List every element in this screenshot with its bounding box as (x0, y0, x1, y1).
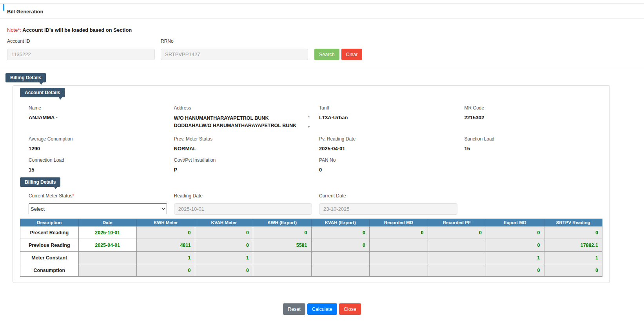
reading-value-cell (370, 252, 428, 264)
reset-button[interactable]: Reset (283, 303, 305, 315)
empty-grid-cell (464, 157, 603, 173)
name-field: Name ANJAMMA - (29, 105, 167, 130)
empty-control-cell (464, 193, 603, 215)
billing-details-inner-tab: Billing Details (20, 177, 60, 187)
billing-details-panel: Account Details Name ANJAMMA - Address W… (13, 85, 610, 283)
reading-date-input[interactable] (174, 203, 312, 215)
column-header-description: Description (20, 219, 79, 226)
account-id-input[interactable] (7, 49, 155, 60)
current-meter-status-label: Current Meter Status* (29, 193, 167, 199)
prev-meter-status-field: Prev. Meter Status NORMAL (174, 136, 312, 151)
name-value: ANJAMMA - (29, 115, 167, 120)
row-description: Present Reading (20, 226, 79, 239)
reading-value-cell (428, 239, 486, 252)
reading-value-cell: 0 (311, 239, 370, 252)
address-box: W/O HANUMANTHARAYAPETROL BUNK DODDAHALW/… (174, 115, 312, 130)
billing-details-tab-label: Billing Details (10, 75, 41, 80)
billing-controls: Current Meter Status* Select Reading Dat… (20, 188, 602, 215)
row-date: 2025-04-01 (78, 239, 137, 252)
rrno-input[interactable] (161, 49, 308, 60)
reading-value-cell: 0 (486, 226, 544, 239)
note-prefix: Note*: (7, 27, 21, 33)
section-divider (0, 69, 644, 69)
pan-no-value: 0 (319, 167, 457, 173)
table-row: Present Reading2025-10-0100000000 (20, 226, 602, 239)
column-header-recorded-md: Recorded MD (370, 219, 428, 226)
required-asterisk: * (72, 193, 74, 199)
connection-load-label: Connection Load (29, 157, 167, 163)
reading-value-cell (428, 252, 486, 264)
reading-value-cell: 0 (428, 226, 486, 239)
tariff-label: Tariff (319, 105, 457, 111)
column-header-kvah-export: KVAH (Export) (311, 219, 370, 226)
reading-value-cell: 1 (486, 252, 544, 264)
connection-load-value: 15 (29, 167, 167, 173)
note-text: Account ID's will be loaded based on Sec… (21, 27, 132, 33)
table-row: Previous Reading2025-04-0148110558100178… (20, 239, 602, 252)
reading-value-cell: 5581 (253, 239, 312, 252)
reading-value-cell: 0 (370, 226, 428, 239)
column-header-kvah-meter: KVAH Meter (195, 219, 253, 226)
column-header-srtpv-reading: SRTPV Reading (544, 219, 602, 226)
column-header-kwh-export: KWH (Export) (253, 219, 312, 226)
current-meter-status-label-text: Current Meter Status (29, 193, 72, 199)
scroll-down-icon[interactable]: ▼ (307, 126, 310, 129)
pan-no-label: PAN No (319, 157, 457, 163)
search-button[interactable]: Search (314, 49, 339, 60)
tariff-field: Tariff LT3A-Urban (319, 105, 457, 130)
column-header-recorded-pf: Recorded PF (428, 219, 486, 226)
average-consumption-value: 1290 (29, 146, 167, 151)
calculate-button[interactable]: Calculate (307, 303, 337, 315)
current-date-input[interactable] (319, 203, 457, 215)
reading-value-cell: 1 (195, 252, 253, 264)
average-consumption-label: Average Conumption (29, 136, 167, 142)
pv-reading-date-field: Pv. Reading Date 2025-04-01 (319, 136, 457, 151)
reading-value-cell: 0 (544, 226, 602, 239)
row-description: Previous Reading (20, 239, 79, 252)
reading-value-cell: 1 (544, 252, 602, 264)
prev-meter-status-label: Prev. Meter Status (174, 136, 312, 142)
table-header-row: DescriptionDateKWH MeterKVAH MeterKWH (E… (20, 219, 602, 226)
current-date-field: Current Date (319, 193, 457, 215)
address-field: Address W/O HANUMANTHARAYAPETROL BUNK DO… (174, 105, 312, 130)
pan-no-field: PAN No 0 (319, 157, 457, 173)
reading-value-cell (253, 252, 312, 264)
search-form: Account ID RRNo Search Clear (7, 38, 637, 60)
account-id-field: Account ID (7, 38, 155, 60)
scroll-up-icon[interactable]: ▲ (307, 115, 310, 118)
reading-value-cell (311, 252, 370, 264)
main-content: Note*: Account ID's will be loaded based… (0, 27, 644, 323)
current-meter-status-select[interactable]: Select (29, 203, 167, 214)
readings-table: DescriptionDateKWH MeterKVAH MeterKWH (E… (20, 219, 602, 277)
address-scrollbar: ▲ ▼ (306, 115, 312, 129)
row-date (78, 252, 137, 264)
account-details-tab: Account Details (20, 88, 65, 97)
sanction-load-value: 15 (464, 146, 603, 151)
reading-value-cell: 1 (137, 252, 195, 264)
close-button[interactable]: Close (339, 303, 361, 315)
row-description: Consumption (20, 264, 79, 277)
table-row: Consumption0000 (20, 264, 602, 277)
mr-code-value: 2215302 (464, 115, 603, 120)
column-header-date: Date (78, 219, 137, 226)
title-bar: Bill Generation (0, 4, 644, 18)
account-details-grid: Name ANJAMMA - Address W/O HANUMANTHARAY… (20, 100, 602, 177)
billing-details-inner-tab-label: Billing Details (25, 179, 56, 185)
reading-date-field: Reading Date (174, 193, 312, 215)
reading-value-cell: 4811 (137, 239, 195, 252)
pv-reading-date-label: Pv. Reading Date (319, 136, 457, 142)
note: Note*: Account ID's will be loaded based… (7, 27, 637, 33)
reading-value-cell: 0 (137, 264, 195, 277)
address-value: W/O HANUMANTHARAYAPETROL BUNK DODDAHALW/… (174, 115, 306, 130)
average-consumption-field: Average Conumption 1290 (29, 136, 167, 151)
reading-value-cell (311, 264, 370, 277)
column-header-kwh-meter: KWH Meter (137, 219, 195, 226)
rrno-label: RRNo (161, 38, 308, 44)
reading-value-cell: 0 (195, 239, 253, 252)
reading-value-cell: 0 (195, 226, 253, 239)
current-date-label: Current Date (319, 193, 457, 199)
reading-value-cell: 0 (486, 264, 544, 277)
reading-value-cell (428, 264, 486, 277)
mr-code-label: MR Code (464, 105, 603, 111)
clear-button[interactable]: Clear (341, 49, 363, 60)
